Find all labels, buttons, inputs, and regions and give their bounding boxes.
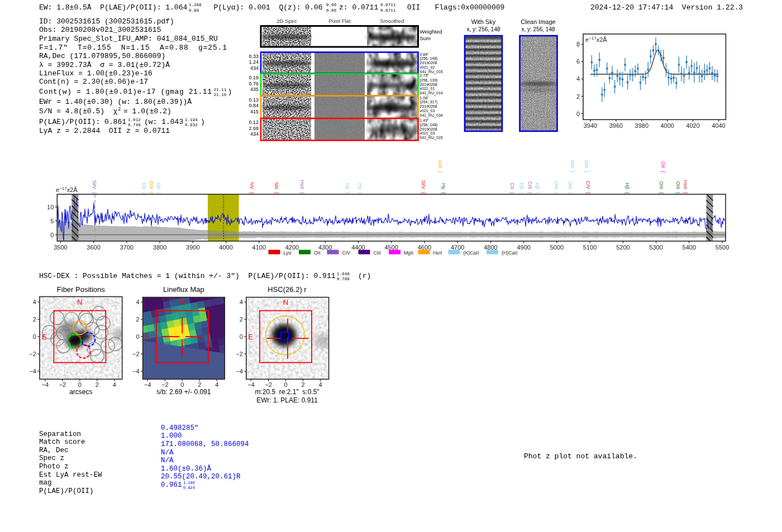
svg-text:OIII: OIII xyxy=(554,181,559,189)
svg-text:2: 2 xyxy=(301,381,304,388)
svg-text:4800: 4800 xyxy=(484,244,497,251)
svg-text:21.10: 21.10 xyxy=(214,93,227,97)
svg-text:{: { xyxy=(92,192,98,194)
svg-text:435: 435 xyxy=(250,87,259,92)
svg-text:CII: CII xyxy=(509,183,515,189)
svg-text:Hγ: Hγ xyxy=(357,183,363,189)
svg-text:4500: 4500 xyxy=(384,244,398,251)
svg-text:{: { xyxy=(345,192,351,194)
svg-text:20190208: 20190208 xyxy=(420,127,437,131)
svg-text:0.824: 0.824 xyxy=(183,486,195,490)
svg-text:1.048: 1.048 xyxy=(337,272,350,276)
svg-text:{: { xyxy=(624,192,631,194)
svg-text:0: 0 xyxy=(284,381,287,388)
svg-text:s/b: 2.69 +/- 0.091: s/b: 2.69 +/- 0.091 xyxy=(156,388,211,396)
svg-text:x, y: 256, 148: x, y: 256, 148 xyxy=(466,26,500,32)
svg-text:LineFlux = 1.00(±0.23)e-16: LineFlux = 1.00(±0.23)e-16 xyxy=(39,69,152,78)
svg-text:3940: 3940 xyxy=(584,122,597,129)
svg-text:4600: 4600 xyxy=(418,244,431,251)
svg-text:Match score: Match score xyxy=(39,438,85,446)
svg-text:8: 8 xyxy=(576,41,580,47)
svg-text:2: 2 xyxy=(33,316,36,323)
svg-text:171.080068, 50.866094: 171.080068, 50.866094 xyxy=(161,440,249,448)
svg-text:N: N xyxy=(77,298,82,306)
svg-text:CIII: CIII xyxy=(437,160,443,168)
svg-text:E: E xyxy=(145,333,150,341)
svg-text:5000: 5000 xyxy=(550,244,564,251)
svg-text:e−17x2Å: e−17x2Å xyxy=(585,36,607,43)
svg-text:arcsecs: arcsecs xyxy=(69,388,92,396)
svg-text:OIII: OIII xyxy=(675,181,681,189)
svg-text:0.76: 0.76 xyxy=(249,81,259,87)
svg-text:0.0711: 0.0711 xyxy=(380,8,396,13)
svg-text:(256, 148): (256, 148) xyxy=(420,123,438,127)
svg-text:P(LAE)/P(OII): P(LAE)/P(OII) xyxy=(39,487,94,495)
svg-text:−4: −4 xyxy=(29,368,36,375)
svg-text:{: { xyxy=(660,171,666,172)
svg-text:2: 2 xyxy=(240,316,243,323)
svg-text:{: { xyxy=(249,192,255,194)
svg-text:{: { xyxy=(570,171,576,172)
svg-text:−2: −2 xyxy=(59,381,66,388)
svg-text:1.06": 1.06" xyxy=(420,96,430,100)
svg-text:Separation: Separation xyxy=(39,430,81,438)
svg-text:SiIV: SiIV xyxy=(421,180,426,189)
svg-text:OII: OII xyxy=(407,3,420,12)
svg-text:{: { xyxy=(554,192,560,194)
svg-text:): ) xyxy=(228,88,232,96)
svg-text:0: 0 xyxy=(576,111,580,117)
svg-text:0.88: 0.88 xyxy=(189,8,199,13)
svg-text:−4: −4 xyxy=(132,368,140,375)
svg-text:3960: 3960 xyxy=(609,122,623,129)
svg-text:{: { xyxy=(441,192,447,194)
svg-text:λ = 3992.73Å σ = 3.01(±0.72)Å: λ = 3992.73Å σ = 3.01(±0.72)Å xyxy=(39,61,170,69)
svg-text:0.932: 0.932 xyxy=(185,123,198,127)
svg-text:OII: OII xyxy=(660,161,666,168)
svg-text:Photo z: Photo z xyxy=(39,463,69,471)
svg-text:{: { xyxy=(535,192,541,194)
svg-text:{: { xyxy=(149,192,155,194)
svg-text:4: 4 xyxy=(240,299,243,305)
svg-text:0: 0 xyxy=(33,333,36,340)
svg-text:S/N = 4.8(±0.5) χ: S/N = 4.8(±0.5) χ xyxy=(39,107,118,116)
svg-text:041_RU_014: 041_RU_014 xyxy=(420,91,443,95)
svg-text:OII: OII xyxy=(156,183,161,189)
svg-text:m:20.5 re:2.1" s:0.5": m:20.5 re:2.1" s:0.5" xyxy=(255,388,319,396)
svg-text:0.13: 0.13 xyxy=(249,97,259,103)
svg-text:−2: −2 xyxy=(236,351,243,357)
svg-text:4: 4 xyxy=(215,381,218,388)
svg-text:−4: −4 xyxy=(144,381,151,388)
svg-text:(254, 317): (254, 317) xyxy=(420,100,438,104)
svg-text:4020: 4020 xyxy=(686,122,699,129)
svg-text:v021_03: v021_03 xyxy=(420,131,435,136)
svg-text:0.84": 0.84" xyxy=(420,52,430,56)
svg-text:Hβ: Hβ xyxy=(519,183,524,189)
svg-text:0.12: 0.12 xyxy=(249,119,259,125)
svg-text:1.012: 1.012 xyxy=(128,118,141,122)
svg-text:3500: 3500 xyxy=(54,244,67,251)
svg-text:mag: mag xyxy=(39,479,52,487)
svg-text:5: 5 xyxy=(50,218,54,224)
svg-text:MgII: MgII xyxy=(404,250,413,256)
svg-text:): ) xyxy=(201,118,205,126)
svg-text:2: 2 xyxy=(118,107,121,112)
svg-text:Fiber Positions: Fiber Positions xyxy=(57,285,105,294)
svg-text:{: { xyxy=(141,192,147,194)
svg-text:v021_03: v021_03 xyxy=(420,109,435,113)
svg-text:E: E xyxy=(248,333,253,341)
svg-text:0.06: 0.06 xyxy=(326,3,337,7)
svg-text:LyA z = 2.2844 OII z = 0.0711: LyA z = 2.2844 OII z = 0.0711 xyxy=(39,127,170,135)
svg-text:4: 4 xyxy=(576,75,580,82)
svg-text:{: { xyxy=(274,192,280,194)
svg-text:RA, Dec: RA, Dec xyxy=(39,447,69,454)
svg-text:OII: OII xyxy=(141,183,147,189)
svg-text:Lyα: Lyα xyxy=(284,250,292,256)
svg-text:HSC(26.2) r: HSC(26.2) r xyxy=(268,285,307,294)
svg-text:4: 4 xyxy=(113,381,116,388)
svg-text:N/A: N/A xyxy=(161,449,174,457)
svg-text:4000: 4000 xyxy=(219,244,232,251)
svg-text:4: 4 xyxy=(318,381,322,388)
svg-text:4040: 4040 xyxy=(712,122,725,129)
svg-text:3700: 3700 xyxy=(120,244,133,251)
svg-text:2D Spec: 2D Spec xyxy=(276,18,297,24)
